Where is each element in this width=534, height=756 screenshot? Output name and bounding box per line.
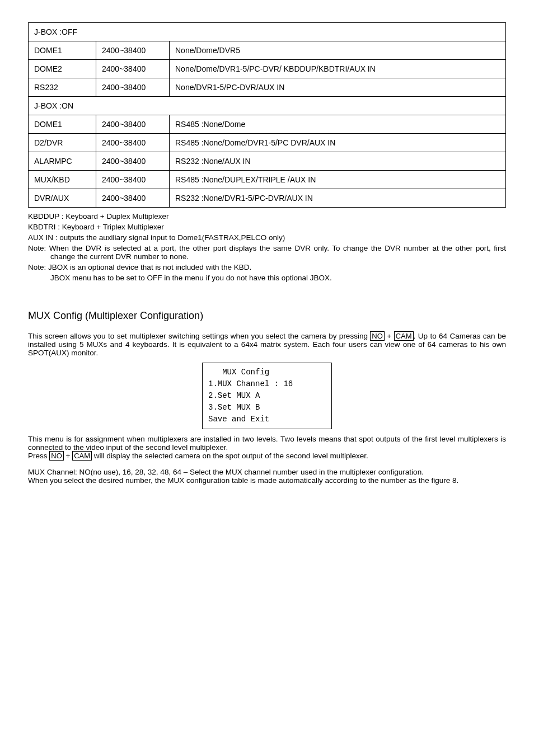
note-text: KBDTRI : Keyboard + Triplex Multiplexer bbox=[28, 223, 506, 231]
no-key: NO bbox=[370, 331, 385, 341]
jbox-on-header: J-BOX :ON bbox=[29, 97, 506, 115]
config-line: 2.Set MUX A bbox=[208, 390, 326, 402]
table-row: DOME2 2400~38400 None/Dome/DVR1-5/PC-DVR… bbox=[29, 60, 506, 78]
notes-block: KBDDUP : Keyboard + Duplex Multiplexer K… bbox=[28, 212, 506, 282]
note-text: Note: JBOX is an optional device that is… bbox=[28, 263, 506, 271]
table-row: D2/DVR 2400~38400 RS485 :None/Dome/DVR1-… bbox=[29, 134, 506, 152]
cell: MUX/KBD bbox=[29, 171, 96, 189]
intro-paragraph: This screen allows you to set multiplexe… bbox=[28, 332, 506, 357]
cell: None/Dome/DVR1-5/PC-DVR/ KBDDUP/KBDTRI/A… bbox=[170, 60, 506, 78]
table-row: DVR/AUX 2400~38400 RS232 :None/DVR1-5/PC… bbox=[29, 189, 506, 208]
cell: None/Dome/DVR5 bbox=[170, 41, 506, 60]
jbox-off-header: J-BOX :OFF bbox=[29, 23, 506, 41]
table-row: DOME1 2400~38400 RS485 :None/Dome bbox=[29, 115, 506, 134]
cell: 2400~38400 bbox=[96, 41, 170, 60]
below-paragraph: This menu is for assignment when multipl… bbox=[28, 435, 506, 452]
below-paragraph: MUX Channel: NO(no use), 16, 28, 32, 48,… bbox=[28, 468, 506, 476]
cell: RS485 :None/Dome bbox=[170, 115, 506, 134]
cell: 2400~38400 bbox=[96, 115, 170, 134]
plus-text: + bbox=[385, 332, 394, 340]
cell: 2400~38400 bbox=[96, 189, 170, 208]
config-line: 1.MUX Channel : 16 bbox=[208, 378, 326, 390]
cell: 2400~38400 bbox=[96, 152, 170, 171]
cell: 2400~38400 bbox=[96, 134, 170, 152]
port-config-table: J-BOX :OFF DOME1 2400~38400 None/Dome/DV… bbox=[28, 22, 506, 208]
below-paragraph: Press NO + CAM will display the selected… bbox=[28, 452, 506, 460]
cell: 2400~38400 bbox=[96, 60, 170, 78]
cam-key: CAM bbox=[72, 451, 92, 461]
note-text: JBOX menu has to be set to OFF in the me… bbox=[28, 274, 506, 282]
note-text: Note: When the DVR is selected at a port… bbox=[28, 244, 506, 261]
note-text: KBDDUP : Keyboard + Duplex Multiplexer bbox=[28, 212, 506, 220]
config-line: MUX Config bbox=[208, 367, 326, 378]
mux-config-box: MUX Config 1.MUX Channel : 16 2.Set MUX … bbox=[202, 363, 332, 429]
cell: DOME1 bbox=[29, 41, 96, 60]
cell: RS485 :None/Dome/DVR1-5/PC DVR/AUX IN bbox=[170, 134, 506, 152]
note-text: AUX IN : outputs the auxiliary signal in… bbox=[28, 233, 506, 242]
intro-text: This screen allows you to set multiplexe… bbox=[28, 332, 370, 340]
cell: 2400~38400 bbox=[96, 78, 170, 97]
cell: DOME2 bbox=[29, 60, 96, 78]
table-row: RS232 2400~38400 None/DVR1-5/PC-DVR/AUX … bbox=[29, 78, 506, 97]
cell: RS232 :None/DVR1-5/PC-DVR/AUX IN bbox=[170, 189, 506, 208]
cell: ALARMPC bbox=[29, 152, 96, 171]
text: will display the selected camera on the … bbox=[92, 452, 368, 460]
config-line: 3.Set MUX B bbox=[208, 402, 326, 414]
plus-text: + bbox=[64, 452, 72, 460]
cell: None/DVR1-5/PC-DVR/AUX IN bbox=[170, 78, 506, 97]
cell: RS485 :None/DUPLEX/TRIPLE /AUX IN bbox=[170, 171, 506, 189]
cell: RS232 :None/AUX IN bbox=[170, 152, 506, 171]
cell: DVR/AUX bbox=[29, 189, 96, 208]
cam-key: CAM bbox=[394, 331, 414, 341]
no-key: NO bbox=[49, 451, 64, 461]
cell: RS232 bbox=[29, 78, 96, 97]
config-line: Save and Exit bbox=[208, 414, 326, 425]
cell: D2/DVR bbox=[29, 134, 96, 152]
section-title: MUX Config (Multiplexer Configuration) bbox=[28, 310, 506, 322]
table-row: ALARMPC 2400~38400 RS232 :None/AUX IN bbox=[29, 152, 506, 171]
below-paragraph: When you select the desired number, the … bbox=[28, 476, 506, 485]
cell: 2400~38400 bbox=[96, 171, 170, 189]
table-row: MUX/KBD 2400~38400 RS485 :None/DUPLEX/TR… bbox=[29, 171, 506, 189]
cell: DOME1 bbox=[29, 115, 96, 134]
text: Press bbox=[28, 452, 49, 460]
table-row: DOME1 2400~38400 None/Dome/DVR5 bbox=[29, 41, 506, 60]
